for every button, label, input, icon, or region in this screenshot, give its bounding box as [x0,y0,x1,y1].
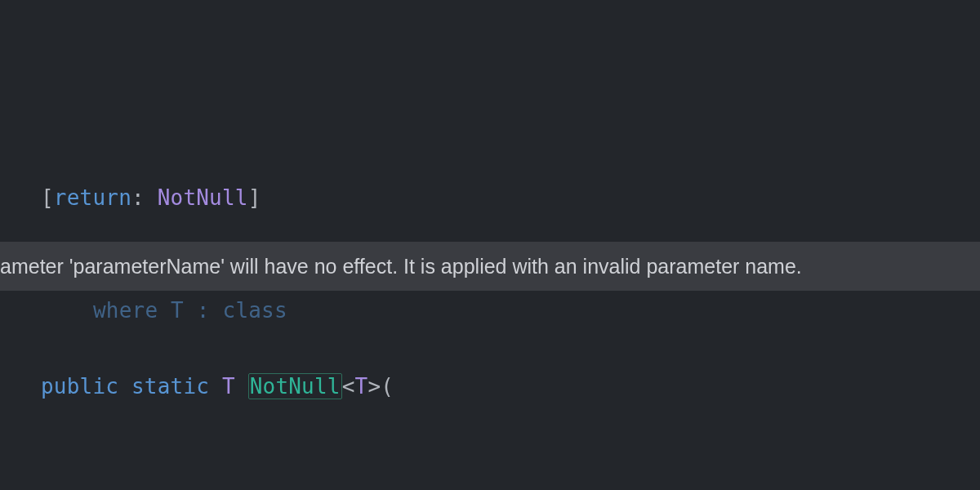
keyword: public [41,374,118,399]
punct: : [131,185,158,210]
punct: < [342,374,355,399]
space [209,374,222,399]
punct: [ [41,185,54,210]
type-name: T [355,374,368,399]
type-name: T [222,374,235,399]
keyword: static [131,374,209,399]
type-name: NotNull [158,185,248,210]
space [118,374,131,399]
code-line: public static T NotNull<T>( [41,368,980,405]
obscured-line-fragment: where T : class [93,292,287,329]
punct: ( [381,374,394,399]
code-line: [return: NotNull] [41,179,980,216]
punct: > [368,374,381,399]
keyword: return [54,185,131,210]
punct: ] [248,185,261,210]
space [235,374,248,399]
method-name: NotNull [248,373,342,399]
diagnostic-tooltip: ameter 'parameterName' will have no effe… [0,242,980,291]
diagnostic-text: ameter 'parameterName' will have no effe… [0,255,802,278]
